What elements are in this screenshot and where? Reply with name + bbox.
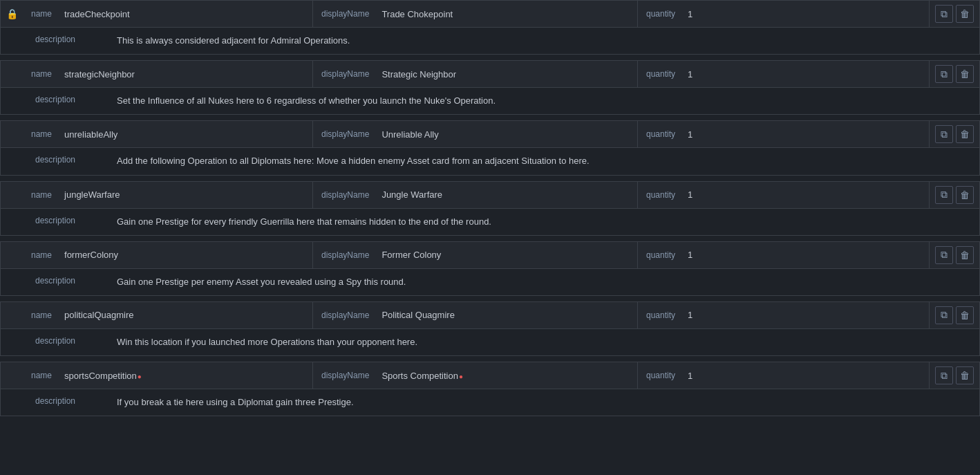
copy-button-sportsCompetition[interactable]: ⧉ (935, 366, 953, 384)
copy-button-formerColony[interactable]: ⧉ (935, 246, 953, 264)
delete-button-tradeCheckpoint[interactable]: 🗑 (956, 5, 974, 23)
copy-button-tradeCheckpoint[interactable]: ⧉ (935, 5, 953, 23)
copy-button-strategicNeighbor[interactable]: ⧉ (935, 65, 953, 83)
description-label: description (1, 336, 111, 346)
name-label: name (23, 371, 59, 380)
displayname-section-jungleWarfare: displayNameJungle Warfare (313, 182, 638, 208)
copy-button-jungleWarfare[interactable]: ⧉ (935, 186, 953, 204)
name-section-sportsCompetition: namesportsCompetition● (23, 362, 313, 389)
displayname-value-strategicNeighbor: Strategic Neighbor (376, 69, 637, 80)
quantity-value-sportsCompetition: 1 (682, 371, 929, 381)
displayname-label: displayName (313, 129, 376, 139)
quantity-value-jungleWarfare: 1 (682, 189, 929, 200)
record-block-unreliableAlly: nameunreliableAllydisplayNameUnreliable … (0, 120, 980, 175)
quantity-value-formerColony: 1 (682, 250, 929, 260)
description-value-politicalQuagmire: Win this location if you launched more O… (111, 336, 979, 348)
record-actions-sportsCompetition: ⧉🗑 (930, 366, 979, 384)
record-block-tradeCheckpoint: 🔒nametradeCheckpointdisplayNameTrade Cho… (0, 0, 980, 55)
description-label: description (1, 95, 111, 104)
quantity-label: quantity (638, 69, 682, 79)
quantity-label: quantity (638, 190, 682, 200)
name-label: name (23, 69, 59, 79)
displayname-section-formerColony: displayNameFormer Colony (313, 242, 638, 268)
displayname-label: displayName (313, 69, 376, 79)
required-dot-display: ● (459, 373, 463, 380)
record-actions-strategicNeighbor: ⧉🗑 (930, 65, 979, 83)
quantity-label: quantity (638, 310, 682, 320)
record-actions-politicalQuagmire: ⧉🗑 (930, 306, 979, 324)
record-actions-formerColony: ⧉🗑 (930, 246, 979, 264)
displayname-label: displayName (313, 190, 376, 200)
displayname-value-sportsCompetition: Sports Competition● (376, 371, 637, 381)
records-container: 🔒nametradeCheckpointdisplayNameTrade Cho… (0, 0, 980, 416)
name-label: name (23, 9, 59, 19)
quantity-label: quantity (638, 9, 682, 19)
displayname-section-sportsCompetition: displayNameSports Competition● (313, 362, 638, 389)
delete-button-formerColony[interactable]: 🗑 (956, 246, 974, 264)
record-block-jungleWarfare: namejungleWarfaredisplayNameJungle Warfa… (0, 181, 980, 236)
displayname-section-politicalQuagmire: displayNamePolitical Quagmire (313, 302, 638, 328)
description-row-strategicNeighbor: descriptionSet the Influence of all Nuke… (1, 88, 979, 114)
name-value-tradeCheckpoint: tradeCheckpoint (59, 9, 312, 19)
name-section-formerColony: nameformerColony (23, 242, 313, 268)
description-value-tradeCheckpoint: This is always considered adjacent for A… (111, 35, 979, 47)
quantity-section-jungleWarfare: quantity1 (638, 182, 930, 208)
name-value-sportsCompetition: sportsCompetition● (59, 371, 312, 381)
displayname-label: displayName (313, 310, 376, 320)
record-header-jungleWarfare: namejungleWarfaredisplayNameJungle Warfa… (1, 182, 979, 209)
name-value-jungleWarfare: jungleWarfare (59, 189, 312, 200)
description-label: description (1, 276, 111, 286)
delete-button-unreliableAlly[interactable]: 🗑 (956, 125, 974, 143)
displayname-value-unreliableAlly: Unreliable Ally (376, 129, 637, 140)
description-row-sportsCompetition: descriptionIf you break a tie here using… (1, 389, 979, 416)
name-section-tradeCheckpoint: nametradeCheckpoint (23, 1, 313, 27)
record-block-sportsCompetition: namesportsCompetition●displayNameSports … (0, 362, 980, 416)
quantity-section-sportsCompetition: quantity1 (638, 362, 930, 389)
description-label: description (1, 155, 111, 165)
name-label: name (23, 250, 59, 260)
quantity-section-politicalQuagmire: quantity1 (638, 302, 930, 328)
record-block-strategicNeighbor: namestrategicNeighbordisplayNameStrategi… (0, 60, 980, 115)
displayname-value-jungleWarfare: Jungle Warfare (376, 189, 637, 200)
delete-button-sportsCompetition[interactable]: 🗑 (956, 366, 974, 384)
record-header-sportsCompetition: namesportsCompetition●displayNameSports … (1, 362, 979, 389)
displayname-value-formerColony: Former Colony (376, 250, 637, 260)
quantity-value-tradeCheckpoint: 1 (682, 9, 929, 19)
description-row-politicalQuagmire: descriptionWin this location if you laun… (1, 329, 979, 355)
record-actions-unreliableAlly: ⧉🗑 (930, 125, 979, 143)
record-actions-jungleWarfare: ⧉🗑 (930, 186, 979, 204)
description-row-tradeCheckpoint: descriptionThis is always considered adj… (1, 28, 979, 54)
name-label: name (23, 190, 59, 200)
displayname-label: displayName (313, 250, 376, 260)
description-label: description (1, 216, 111, 225)
description-value-unreliableAlly: Add the following Operation to all Diplo… (111, 155, 979, 167)
description-value-formerColony: Gain one Prestige per enemy Asset you re… (111, 276, 979, 288)
record-header-politicalQuagmire: namepoliticalQuagmiredisplayNamePolitica… (1, 302, 979, 329)
quantity-section-formerColony: quantity1 (638, 242, 930, 268)
delete-button-jungleWarfare[interactable]: 🗑 (956, 186, 974, 204)
name-value-formerColony: formerColony (59, 250, 312, 260)
description-value-jungleWarfare: Gain one Prestige for every friendly Gue… (111, 216, 979, 228)
displayname-section-strategicNeighbor: displayNameStrategic Neighbor (313, 61, 638, 87)
record-header-tradeCheckpoint: 🔒nametradeCheckpointdisplayNameTrade Cho… (1, 1, 979, 28)
record-header-strategicNeighbor: namestrategicNeighbordisplayNameStrategi… (1, 61, 979, 88)
record-block-politicalQuagmire: namepoliticalQuagmiredisplayNamePolitica… (0, 301, 980, 356)
quantity-section-unreliableAlly: quantity1 (638, 121, 930, 147)
quantity-section-tradeCheckpoint: quantity1 (638, 1, 930, 27)
name-label: name (23, 129, 59, 139)
name-value-strategicNeighbor: strategicNeighbor (59, 69, 312, 80)
name-value-unreliableAlly: unreliableAlly (59, 129, 312, 140)
delete-button-politicalQuagmire[interactable]: 🗑 (956, 306, 974, 324)
delete-button-strategicNeighbor[interactable]: 🗑 (956, 65, 974, 83)
copy-button-politicalQuagmire[interactable]: ⧉ (935, 306, 953, 324)
copy-button-unreliableAlly[interactable]: ⧉ (935, 125, 953, 143)
record-block-formerColony: nameformerColonydisplayNameFormer Colony… (0, 241, 980, 296)
lock-icon: 🔒 (1, 8, 23, 19)
quantity-value-strategicNeighbor: 1 (682, 69, 929, 80)
quantity-label: quantity (638, 129, 682, 139)
name-section-unreliableAlly: nameunreliableAlly (23, 121, 313, 147)
description-row-jungleWarfare: descriptionGain one Prestige for every f… (1, 209, 979, 235)
description-value-strategicNeighbor: Set the Influence of all Nukes here to 6… (111, 95, 979, 107)
record-header-unreliableAlly: nameunreliableAllydisplayNameUnreliable … (1, 121, 979, 148)
record-header-formerColony: nameformerColonydisplayNameFormer Colony… (1, 242, 979, 269)
